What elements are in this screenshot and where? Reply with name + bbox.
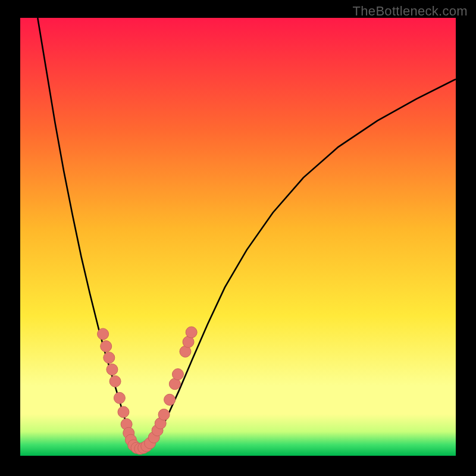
highlight-dot xyxy=(101,341,112,352)
highlight-dot xyxy=(164,394,176,405)
outer-frame: TheBottleneck.com xyxy=(0,0,476,476)
highlight-dot xyxy=(118,406,129,418)
highlight-dot xyxy=(98,328,109,340)
highlight-dot xyxy=(186,327,197,338)
gradient-background xyxy=(20,18,456,456)
highlight-dot xyxy=(172,369,183,380)
chart-svg xyxy=(20,18,456,456)
highlight-dot xyxy=(114,392,125,403)
highlight-dot xyxy=(104,352,115,364)
plot-area xyxy=(20,18,456,456)
highlight-dot xyxy=(109,375,121,387)
highlight-dot xyxy=(158,409,170,420)
watermark-text: TheBottleneck.com xyxy=(353,4,468,19)
highlight-dot xyxy=(107,364,118,375)
